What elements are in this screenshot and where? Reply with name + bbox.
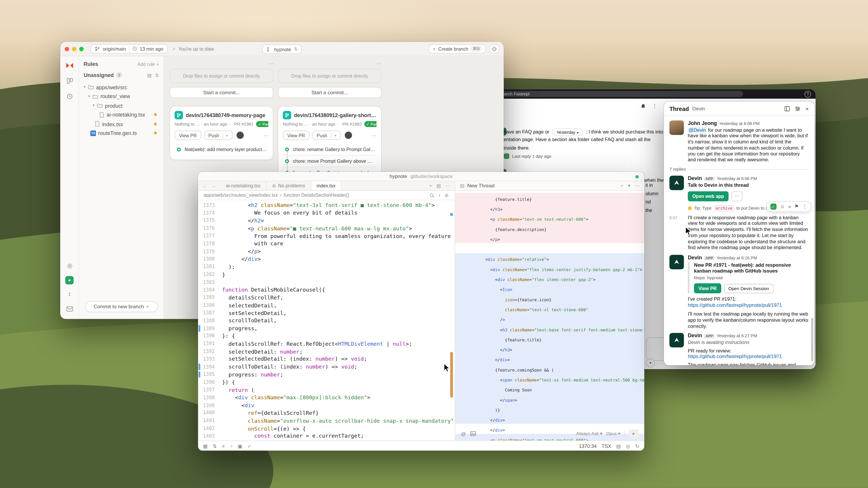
- commit-row[interactable]: chore: rename Gallery to Prompt Gallery …: [283, 144, 377, 155]
- code-line[interactable]: 1383: [198, 278, 455, 286]
- sender-name[interactable]: Devin: [688, 176, 702, 182]
- check-reaction-icon[interactable]: ✓: [770, 203, 776, 209]
- tree-file-row[interactable]: index.tsx: [84, 120, 159, 129]
- pr-title[interactable]: New PR #1971 - feat(web): add responsive…: [694, 262, 809, 274]
- attach-image-icon[interactable]: [470, 431, 476, 436]
- branches-view-icon[interactable]: [65, 76, 74, 85]
- committer-avatar[interactable]: [236, 132, 244, 139]
- avatar[interactable]: [670, 176, 684, 191]
- branch-name[interactable]: devin/1764380912-gallery-shortcuts: [294, 112, 377, 118]
- code-line[interactable]: 1389 progress,: [198, 324, 455, 332]
- commit-row[interactable]: feat(web): add memory layer product page: [175, 144, 268, 155]
- pr-link[interactable]: https://github.com/fastrepl/hypnote/pull…: [688, 302, 782, 308]
- tab-ai-notetaking[interactable]: ai-notetaking.tsx: [220, 181, 267, 190]
- thread-dropdown-icon[interactable]: ▾: [628, 183, 630, 189]
- editor-scrollbar[interactable]: [448, 200, 455, 441]
- avatar[interactable]: [670, 333, 684, 348]
- sender-name[interactable]: Devin: [688, 255, 702, 261]
- outline-icon[interactable]: ≡: [222, 443, 225, 449]
- code-line[interactable]: 1401 className="overflow-x-auto scrollba…: [198, 417, 455, 424]
- breadcrumb[interactable]: apps/web/src/routes/_view/index.tsx › fu…: [198, 191, 455, 200]
- progress-icon[interactable]: ◔: [229, 443, 232, 449]
- code-line[interactable]: 1388 scrollToDetail,: [198, 317, 455, 324]
- jump-to-latest-button[interactable]: ▾: [646, 359, 655, 367]
- bell-icon[interactable]: [641, 104, 646, 109]
- archive-command-chip[interactable]: archive: [714, 205, 734, 211]
- code-line[interactable]: 1397 return (: [198, 386, 455, 393]
- filter-sliders-icon[interactable]: [795, 106, 800, 111]
- tab-index-tsx[interactable]: index.tsx: [311, 181, 342, 190]
- gitbutler-logo-icon[interactable]: [65, 61, 74, 70]
- code-line[interactable]: 1392 selectedDetail: number;: [198, 348, 455, 355]
- card-menu-icon[interactable]: ⋯: [372, 132, 377, 138]
- settings-gear-icon[interactable]: [65, 261, 74, 270]
- code-line[interactable]: 1403 const container = e.currentTarget;: [198, 432, 455, 440]
- assistant-menu-icon[interactable]: ⋯: [635, 183, 640, 189]
- add-rule-button[interactable]: Add rule +: [137, 61, 159, 67]
- user-avatar[interactable]: ●: [65, 276, 74, 285]
- code-line[interactable]: 1387 setSelectedDetail,: [198, 309, 455, 317]
- pr-number[interactable]: PR #1981: [234, 122, 254, 127]
- zoom-window-button[interactable]: [79, 46, 84, 51]
- drop-zone[interactable]: Drop files to assign or commit directly: [278, 68, 381, 83]
- emoji-reaction-icon[interactable]: ☺: [780, 204, 785, 209]
- date-divider-pill[interactable]: Yesterday▾: [552, 128, 583, 136]
- message-hover-actions[interactable]: ✓ ☺ » ⚑ ⋮: [766, 201, 811, 212]
- thread-scrollbar[interactable]: [811, 318, 813, 361]
- code-line[interactable]: 1373 <h2 className="text-3xl font-serif …: [198, 201, 455, 209]
- cursor-position[interactable]: 1370:34: [579, 443, 597, 449]
- sort-icon[interactable]: ⇅: [155, 72, 159, 78]
- language-mode[interactable]: TSX: [601, 443, 611, 449]
- kebab-menu-icon[interactable]: ⋮: [652, 103, 657, 108]
- code-line[interactable]: 1395 progress: number;: [198, 370, 455, 378]
- card-menu-icon[interactable]: ⋯: [263, 132, 268, 138]
- slack-search-input[interactable]: Search Fastrepl: [491, 91, 743, 97]
- view-pr-button[interactable]: View PR: [175, 131, 201, 140]
- thread-reply-link[interactable]: Last reply 1 day ago: [504, 153, 551, 159]
- code-line[interactable]: 1385 detailsScrollRef,: [198, 294, 455, 301]
- code-line[interactable]: 1402 onScroll={(e) => {: [198, 424, 455, 432]
- sender-name[interactable]: Devin: [688, 333, 702, 339]
- drop-zone[interactable]: Drop files to assign or commit directly: [169, 68, 273, 83]
- code-line[interactable]: 1379 </p>: [198, 247, 455, 255]
- reload-icon[interactable]: ↻: [635, 443, 639, 449]
- tree-file-row[interactable]: TS routeTree.gen.ts: [84, 129, 159, 138]
- save-flag-icon[interactable]: ⚑: [794, 204, 799, 209]
- code-line[interactable]: 1394 scrollToDetail: (index: number) => …: [198, 363, 455, 370]
- start-commit-button[interactable]: Start a commit...: [278, 87, 381, 98]
- code-line[interactable]: 1390}: {: [198, 332, 455, 339]
- panel-toggle-icon[interactable]: ▣: [238, 443, 243, 449]
- create-branch-button[interactable]: + Create branch ⌘B: [428, 44, 486, 53]
- problems-indicator[interactable]: ⊘No problems: [267, 181, 311, 190]
- permission-mode-select[interactable]: Always Ask ▾: [576, 431, 602, 436]
- pr-link[interactable]: https://github.com/fastrepl/hypnote/pull…: [688, 354, 782, 359]
- avatar[interactable]: [670, 120, 684, 135]
- commit-row[interactable]: chore: move Prompt Gallery above Workflo…: [283, 155, 377, 167]
- more-actions-icon[interactable]: ⋮: [802, 204, 807, 209]
- code-line[interactable]: 1391 detailsScrollRef: React.RefObject<H…: [198, 340, 455, 348]
- unassigned-header[interactable]: Unassigned 3 ▤⇅: [84, 72, 159, 78]
- settings-gear-icon[interactable]: [444, 193, 449, 198]
- ci-status-badge[interactable]: ✓Passed: [364, 121, 377, 127]
- sender-name[interactable]: John Jeong: [688, 120, 717, 126]
- branch-name[interactable]: devin/1764380749-memory-page: [186, 112, 265, 118]
- code-editor[interactable]: 1373 <h2 className="text-3xl font-serif …: [198, 200, 455, 441]
- open-devin-session-button[interactable]: Open Devin Session: [724, 284, 773, 293]
- close-window-button[interactable]: [65, 46, 69, 51]
- list-view-icon[interactable]: ▤: [147, 72, 152, 78]
- push-button[interactable]: Push▾: [312, 131, 341, 140]
- history-icon[interactable]: [65, 92, 74, 101]
- start-commit-button[interactable]: Start a commit...: [169, 87, 273, 98]
- tab-overflow-icon[interactable]: ⋯: [445, 183, 450, 189]
- tree-folder-row[interactable]: ▾ apps/web/src: [84, 83, 159, 92]
- code-line[interactable]: 1378 with care: [198, 240, 455, 247]
- view-pr-button[interactable]: View PR: [694, 283, 721, 293]
- close-icon[interactable]: ×: [805, 105, 809, 112]
- workspace-selector[interactable]: hypnote ⇅: [262, 44, 302, 54]
- more-options-button[interactable]: ⋯: [731, 191, 742, 201]
- check-icon[interactable]: ✓: [247, 443, 252, 449]
- pr-number[interactable]: PR #1982: [342, 122, 362, 127]
- code-line[interactable]: 1382}: [198, 270, 455, 278]
- message-timestamp[interactable]: 6:07: [670, 215, 684, 251]
- message-timestamp[interactable]: Yesterday at 6:06 PM: [717, 176, 757, 181]
